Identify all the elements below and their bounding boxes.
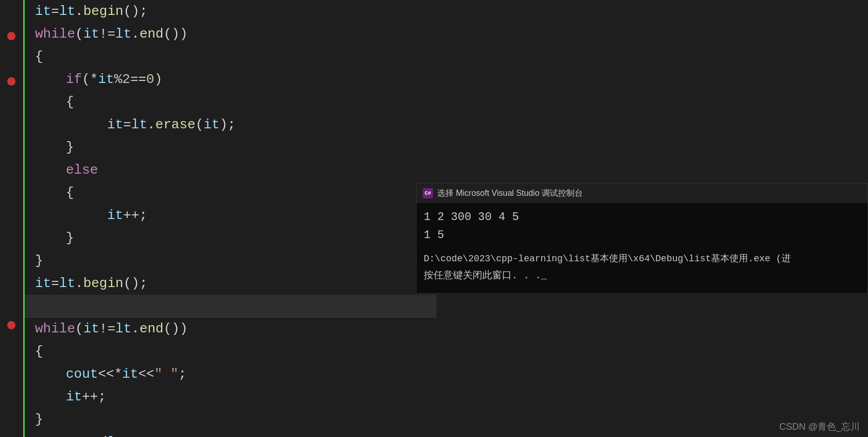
code-line-18: it++; <box>25 385 868 408</box>
code-gutter <box>0 0 25 437</box>
watermark: CSDN @青色_忘川 <box>779 421 860 433</box>
breakpoint-line2[interactable] <box>7 32 15 40</box>
console-path-text: D:\code\2023\cpp-learning\list基本使用\x64\D… <box>424 254 791 264</box>
console-window[interactable]: C# 选择 Microsoft Visual Studio 调试控制台 1 2 … <box>416 183 868 294</box>
code-line-1: it = lt.begin(); <box>25 0 868 23</box>
console-titlebar: C# 选择 Microsoft Visual Studio 调试控制台 <box>416 183 867 203</box>
code-line-15: while (it != lt.end()) <box>25 317 868 340</box>
breakpoint-line15[interactable] <box>7 321 15 329</box>
code-line-14 <box>25 295 437 317</box>
console-output-line1: 1 2 300 30 4 5 <box>424 208 860 226</box>
console-output-line2: 1 5 <box>424 226 860 244</box>
code-line-2: while (it != lt.end()) <box>25 23 868 45</box>
code-line-16: { <box>25 340 868 363</box>
console-title: 选择 Microsoft Visual Studio 调试控制台 <box>437 188 583 199</box>
watermark-text: CSDN @青色_忘川 <box>779 422 860 432</box>
console-path-line: D:\code\2023\cpp-learning\list基本使用\x64\D… <box>424 249 860 267</box>
console-body: 1 2 300 30 4 5 1 5 D:\code\2023\cpp-lear… <box>416 203 867 289</box>
breakpoint-line4[interactable] <box>7 77 15 86</box>
code-line-7: } <box>25 136 868 159</box>
code-line-19: } <box>25 408 868 431</box>
code-line-4: if (*it % 2 == 0) <box>25 68 868 91</box>
console-prompt-line: 按任意键关闭此窗口. . ._ <box>424 268 860 283</box>
code-line-8: else <box>25 159 868 181</box>
console-app-icon: C# <box>423 188 433 198</box>
code-line-17: cout << *it << " "; <box>25 363 868 385</box>
code-line-3: { <box>25 45 868 68</box>
code-line-5: { <box>25 91 868 113</box>
code-line-20: cout << endl; <box>25 431 868 437</box>
code-line-6: it = lt.erase(it); <box>25 113 868 136</box>
